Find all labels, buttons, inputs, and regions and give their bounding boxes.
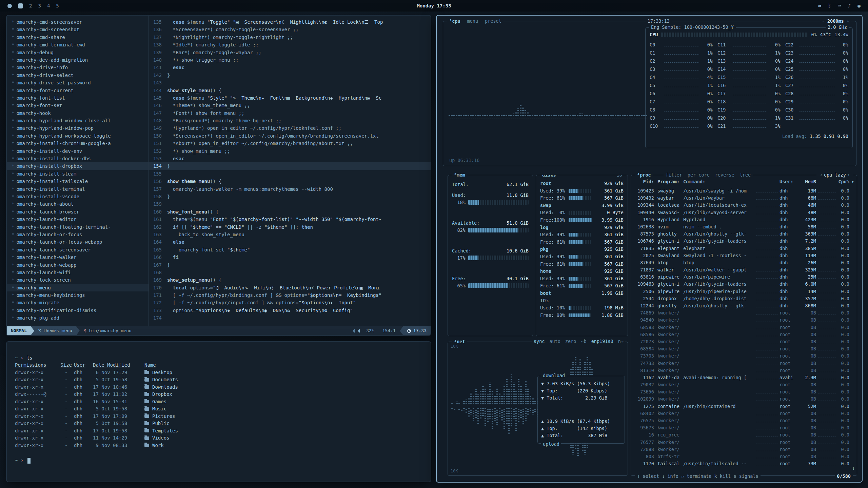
file-list-item[interactable]: *omarchy-hyprland-window-close-all: [7, 117, 149, 124]
process-row[interactable]: 106746glycin-i/usr/lib/glycin-loadersdhh…: [631, 238, 857, 245]
code-line[interactable]: 169show_setup_menu() {: [149, 276, 431, 284]
prompt-line[interactable]: ~›: [15, 456, 422, 464]
file-list-item[interactable]: *omarchy-launch-about: [7, 200, 149, 208]
bluetooth-icon[interactable]: ᛒ: [828, 3, 831, 9]
tree-button[interactable]: tree: [740, 172, 751, 178]
process-row[interactable]: 87573ghostty/usr/bin/ghostty --gtk-dhh36…: [631, 230, 857, 238]
process-row[interactable]: 71837walker/usr/bin/walker --gappldhh325…: [631, 266, 857, 273]
code-line[interactable]: 152 *) show_main_menu ;;: [149, 147, 431, 155]
mem-title[interactable]: ²mem: [452, 172, 467, 178]
file-list-item[interactable]: *omarchy-hyprland-window-pop: [7, 124, 149, 132]
file-list-item[interactable]: *omarchy-drive-select: [7, 72, 149, 79]
filter-button[interactable]: filter: [666, 172, 682, 178]
sort-selector[interactable]: ‹cpu lazy›: [816, 172, 853, 178]
process-row[interactable]: 68402kworker/root0B0.0: [631, 410, 857, 417]
io-tab[interactable]: io: [615, 175, 624, 178]
process-row[interactable]: 109432waybar/usr/bin/waybardhh68M0.0: [631, 195, 857, 202]
file-list-item[interactable]: *omarchy-font-list: [7, 94, 149, 102]
file-list-item[interactable]: *omarchy-drive-info: [7, 64, 149, 71]
code-line[interactable]: 136 *Screensaver*) omarchy-toggle-screen…: [149, 26, 431, 33]
code-line[interactable]: 139 *Bar*) omarchy-toggle-waybar ;;: [149, 49, 431, 56]
file-list-item[interactable]: *omarchy-cmd-screensaver: [7, 18, 149, 26]
process-row[interactable]: 68586kworker/root0B0.0: [631, 331, 857, 338]
process-row[interactable]: 2506pipewire/usr/bin/pipewire-pulsedhh14…: [631, 288, 857, 295]
code-line[interactable]: 156show_theme_menu() {: [149, 178, 431, 185]
file-list-item[interactable]: *omarchy-install-dev-env: [7, 147, 149, 155]
code-line[interactable]: 170 local options="♫ Audio\n∿ Wifi\nᛒ Bl…: [149, 284, 431, 291]
file-list-item[interactable]: *omarchy-hook: [7, 109, 149, 117]
code-line[interactable]: 160show_font_menu() {: [149, 208, 431, 216]
process-row[interactable]: 102099kworker/root0B0.0: [631, 395, 857, 403]
code-line[interactable]: 140 *) show_trigger_menu ;;: [149, 56, 431, 64]
process-row[interactable]: 68584kworker/root0B0.0: [631, 345, 857, 352]
code-line[interactable]: 167}: [149, 261, 431, 269]
sync-button[interactable]: sync: [534, 339, 545, 344]
code-line[interactable]: 163 back_to show_style_menu: [149, 231, 431, 238]
process-row[interactable]: 68583kworker/root0B0.0: [631, 324, 857, 331]
file-list-item[interactable]: *omarchy-font-set: [7, 102, 149, 109]
process-row[interactable]: 76577kworker/root0B0.0: [631, 439, 857, 446]
code-line[interactable]: 171 [ -f ~/.config/hypr/bindings.conf ] …: [149, 291, 431, 299]
process-row[interactable]: 72088kworker/root0B0.0: [631, 446, 857, 453]
code-line[interactable]: 147 *Font*) show_font_menu ;;: [149, 109, 431, 117]
code-line[interactable]: 174: [149, 314, 431, 322]
file-list-item[interactable]: *omarchy-launch-screensaver: [7, 246, 149, 253]
code-line[interactable]: 151 *About*) open_in_editor ~/.config/om…: [149, 140, 431, 147]
screencast-icon[interactable]: ⇄: [818, 3, 821, 9]
file-list-item[interactable]: *omarchy-lock-screen: [7, 276, 149, 284]
process-row[interactable]: 109423swaybg/usr/bin/swaybg -i /homdhh13…: [631, 187, 857, 195]
code-line[interactable]: 135 case $(menu "Toggle" "▣ Screensaver\…: [149, 18, 431, 26]
file-list-item[interactable]: *omarchy-cmd-share: [7, 34, 149, 41]
file-list-item[interactable]: *omarchy-install-steam: [7, 170, 149, 178]
workspace-button[interactable]: 2: [29, 3, 32, 8]
code-line[interactable]: 148 *Background*) omarchy-theme-bg-next …: [149, 117, 431, 124]
disks-title[interactable]: disks: [540, 175, 558, 178]
scroll-down-indicator[interactable]: ↓: [852, 465, 855, 471]
file-list-item[interactable]: *omarchy-hyprland-workspace-toggle: [7, 132, 149, 140]
file-list-item[interactable]: *omarchy-install-terminal: [7, 185, 149, 193]
file-list-item[interactable]: *omarchy-notification-dismiss: [7, 307, 149, 314]
workspace-button[interactable]: 4: [47, 3, 50, 8]
reverse-button[interactable]: reverse: [715, 172, 734, 178]
code-line[interactable]: 145 case $(menu "Style" "✎ Theme\n✦ Font…: [149, 94, 431, 102]
process-row[interactable]: 74869kworker/root0B0.0: [631, 309, 857, 317]
workspace-active-icon[interactable]: [18, 3, 23, 8]
code-line[interactable]: 158}: [149, 193, 431, 200]
terminal-window[interactable]: ~›ls PermissionsSizeUserDate ModifiedNam…: [6, 341, 431, 482]
code-line[interactable]: 149 *Hyprland*) open_in_editor ~/.config…: [149, 124, 431, 132]
menu-button[interactable]: menu: [467, 18, 478, 24]
process-row[interactable]: 73703kworker/root0B0.0: [631, 352, 857, 360]
process-row[interactable]: 109440swayosd-/usr/lib/swayosd-serverdhh…: [631, 209, 857, 216]
file-list-item[interactable]: *omarchy-font-current: [7, 87, 149, 94]
file-list-item[interactable]: *omarchy-install-dropbox: [7, 162, 149, 170]
process-row[interactable]: 71835elephantelephantdhh385M0.0: [631, 245, 857, 252]
auto-button[interactable]: auto: [549, 339, 560, 344]
file-list-item[interactable]: *omarchy-install-vscode: [7, 193, 149, 200]
workspace-button[interactable]: 3: [38, 3, 41, 8]
file-list-item[interactable]: *omarchy-install-docker-dbs: [7, 155, 149, 162]
process-row[interactable]: 803btrfs-trroot0B0.0: [631, 453, 857, 460]
file-list-item[interactable]: *omarchy-install-tailscale: [7, 178, 149, 185]
process-row[interactable]: 2075XwaylandXwayland :1 -rootless -dhh11…: [631, 252, 857, 259]
process-row[interactable]: 1916HyprlandHyprlanddhh423M0.0: [631, 216, 857, 223]
workspace-button[interactable]: 5: [56, 3, 59, 8]
code-line[interactable]: 172 [ -f ~/.config/hypr/input.conf ] && …: [149, 299, 431, 306]
code-line[interactable]: 150 *Screensaver*) open_in_editor ~/.con…: [149, 132, 431, 140]
process-row[interactable]: 94540kworker/root0B0.0: [631, 317, 857, 324]
process-row[interactable]: 72073kworker/root0B0.0: [631, 338, 857, 345]
file-list-item[interactable]: *omarchy-menu: [7, 284, 149, 291]
code-line[interactable]: 138 *Idle*) omarchy-toggle-idle ;;: [149, 41, 431, 48]
process-row[interactable]: 2544dropbox/home/dhh/.dropbox-distdhh357…: [631, 295, 857, 302]
process-row[interactable]: 81310kworker/root0B0.0: [631, 367, 857, 374]
proc-title[interactable]: ⁴proc: [635, 172, 653, 178]
file-list-item[interactable]: *omarchy-launch-walker: [7, 253, 149, 261]
process-row[interactable]: 1275containe/usr/bin/containerdroot52M0.…: [631, 403, 857, 410]
file-list-item[interactable]: *omarchy-migrate: [7, 299, 149, 306]
power-icon[interactable]: ◉: [857, 3, 861, 9]
file-list-item[interactable]: *omarchy-dev-add-migration: [7, 56, 149, 64]
file-list-item[interactable]: *omarchy-install-chromium-google-a: [7, 140, 149, 147]
file-list-item[interactable]: *omarchy-menu-keybindings: [7, 291, 149, 299]
file-list-item[interactable]: *omarchy-launch-browser: [7, 208, 149, 216]
process-row[interactable]: 87649btopbtopdhh26M0.0: [631, 259, 857, 266]
code-line[interactable]: 141 esac: [149, 64, 431, 71]
